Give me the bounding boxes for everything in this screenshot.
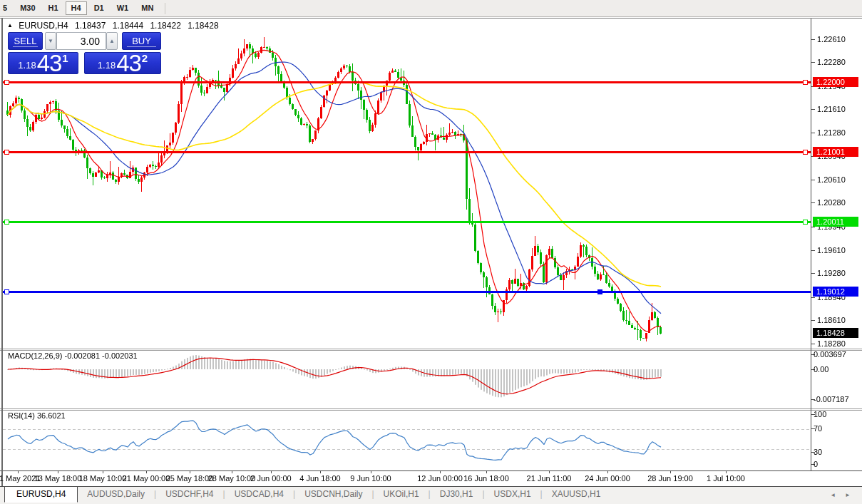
- ohlc-low: 1.18422: [150, 21, 180, 31]
- macd-indicator-label: MACD(12,26,9) -0.002081 -0.002031: [8, 351, 138, 360]
- time-axis-label: 16 Jun 18:00: [456, 474, 516, 483]
- period-button-d1[interactable]: D1: [88, 1, 110, 15]
- timeframe-toolbar: 5M30H1H4D1W1MN: [0, 0, 862, 17]
- tab-item-dj30-h1[interactable]: DJ30,H1: [431, 487, 483, 501]
- price-tick-label: 1.21280: [817, 128, 846, 137]
- ohlc-high: 1.18444: [113, 21, 143, 31]
- period-button-w1[interactable]: W1: [111, 1, 135, 15]
- rsi-axis-label: 70: [814, 424, 822, 433]
- mt4-window: 5M30H1H4D1W1MN ▲ EURUSD,H4 1.18437 1.184…: [0, 0, 862, 504]
- toolbar-separator: [165, 3, 165, 14]
- volume-decrease-button[interactable]: ▼: [45, 32, 56, 50]
- buy-price-sup: 2: [142, 52, 148, 64]
- tab-item-audusd-daily[interactable]: AUDUSD,Daily: [78, 487, 154, 501]
- time-axis-label: 24 Jun 00:00: [578, 474, 637, 483]
- volume-increase-button[interactable]: ▲: [106, 32, 118, 50]
- price-tick-label: 1.20280: [817, 198, 846, 207]
- sell-price-big: 43: [37, 53, 62, 73]
- volume-input[interactable]: [56, 32, 106, 50]
- price-line-chip: 1.20011: [813, 217, 858, 227]
- price-tick-label: 1.18610: [817, 316, 846, 324]
- sell-price-sup: 1: [62, 52, 68, 64]
- price-tick-label: 1.18280: [817, 339, 846, 348]
- symbol-marker-icon: ▲: [7, 22, 13, 29]
- ohlc-open: 1.18437: [75, 21, 106, 31]
- tab-item-ukoil-h1[interactable]: UKOil,H1: [374, 487, 429, 501]
- macd-axis-label: 0.00: [814, 365, 828, 374]
- tab-scroll-left-icon[interactable]: ◄: [830, 492, 836, 499]
- rsi-axis-label: 0: [814, 460, 818, 468]
- period-button-h4[interactable]: H4: [66, 1, 87, 15]
- time-axis[interactable]: 11 May 202113 May 18:0018 May 10:0021 Ma…: [0, 472, 811, 486]
- period-button-5[interactable]: 5: [1, 1, 13, 15]
- time-axis-label: 9 Jun 10:00: [341, 474, 401, 483]
- chart-title: ▲ EURUSD,H4 1.18437 1.18444 1.18422 1.18…: [7, 21, 223, 31]
- price-tick-label: 1.22280: [817, 58, 846, 66]
- buy-price-display[interactable]: 1.18432: [84, 52, 161, 74]
- price-line-chip: 1.21001: [813, 147, 858, 157]
- chart-canvas[interactable]: [0, 17, 862, 486]
- sell-button-label: SELL: [14, 36, 37, 46]
- price-axis[interactable]: 1.226101.222801.219401.216101.212801.209…: [811, 17, 862, 486]
- price-tick-label: 1.22610: [817, 35, 846, 43]
- price-tick-label: 1.19610: [817, 246, 846, 254]
- rsi-axis-label: 30: [814, 448, 822, 456]
- tab-item-usdcnh-daily[interactable]: USDCNH,Daily: [295, 487, 371, 501]
- buy-button-label: BUY: [132, 36, 151, 46]
- current-price-chip: 1.18428: [813, 328, 858, 338]
- buy-price-prefix: 1.18: [98, 60, 116, 71]
- macd-axis-label: -0.007187: [814, 395, 849, 403]
- macd-axis-label: 0.003697: [814, 350, 846, 359]
- price-tick-label: 1.20610: [817, 175, 846, 184]
- rsi-axis-label: 100: [814, 410, 826, 418]
- ohlc-close: 1.18428: [188, 21, 218, 31]
- tab-item-eurusd-h4[interactable]: EURUSD,H4: [4, 486, 78, 503]
- price-tick-label: 1.19280: [817, 269, 846, 277]
- time-axis-label: 1 Jul 10:00: [696, 474, 756, 483]
- tab-item-usdcad-h4[interactable]: USDCAD,H4: [225, 487, 293, 501]
- tab-item-usdchf-h4[interactable]: USDCHF,H4: [156, 487, 222, 501]
- one-click-trading-panel: SELL ▼ ▲ BUY 1.18431 1.18432: [8, 32, 161, 74]
- price-line-chip: 1.19012: [813, 287, 858, 297]
- price-tick-label: 1.21610: [817, 105, 846, 113]
- up-arrow-icon: ▲: [109, 38, 115, 44]
- period-button-m30[interactable]: M30: [14, 1, 41, 15]
- buy-button[interactable]: BUY: [122, 32, 161, 50]
- period-button-h1[interactable]: H1: [43, 1, 64, 15]
- sell-button[interactable]: SELL: [8, 32, 43, 50]
- price-line-chip: 1.22000: [813, 77, 858, 87]
- tab-item-xauusd-h1[interactable]: XAUUSD,H1: [543, 487, 610, 501]
- period-button-mn[interactable]: MN: [135, 1, 159, 15]
- sell-price-display[interactable]: 1.18431: [8, 52, 78, 74]
- tab-scroll-right-icon[interactable]: ►: [845, 492, 851, 499]
- chart-symbol: EURUSD,H4: [19, 21, 68, 31]
- tab-item-usdx-h1[interactable]: USDX,H1: [485, 487, 540, 501]
- time-axis-label: 28 Jun 19:00: [640, 474, 700, 483]
- time-axis-label: 21 Jun 11:00: [519, 474, 579, 483]
- chart-tabs-bar: EURUSD,H4AUDUSD,Daily|USDCHF,H4|USDCAD,H…: [0, 486, 862, 504]
- rsi-indicator-label: RSI(14) 36.6021: [8, 411, 66, 420]
- buy-price-big: 43: [116, 53, 141, 73]
- sell-price-prefix: 1.18: [18, 60, 36, 71]
- down-arrow-icon: ▼: [48, 38, 53, 44]
